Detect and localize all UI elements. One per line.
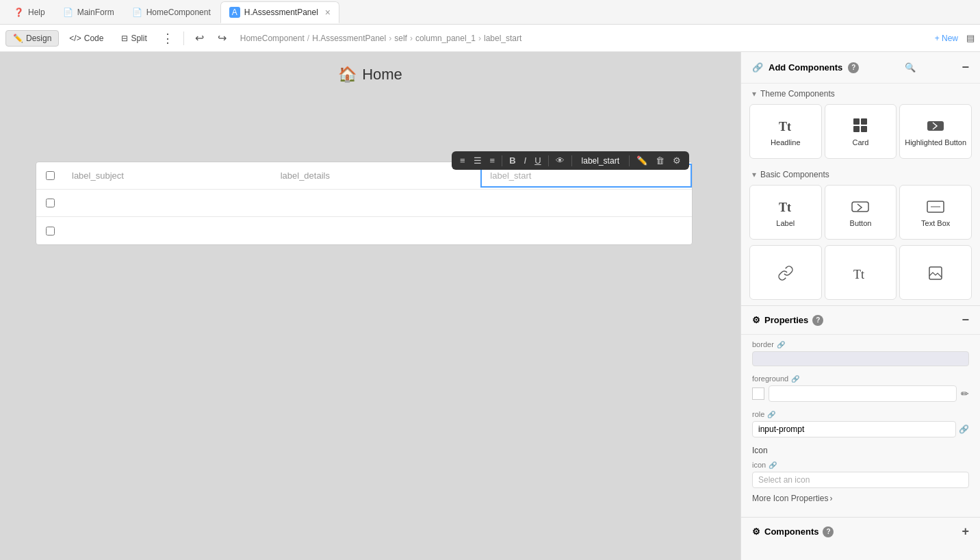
add-components-collapse-button[interactable]: −: [962, 60, 969, 75]
split-icon: ⊟: [121, 34, 128, 43]
foreground-color-swatch[interactable]: [752, 387, 764, 400]
help-tab-label: Help: [28, 8, 45, 17]
checkbox-input-2[interactable]: [46, 199, 55, 207]
align-center-button[interactable]: ☰: [471, 154, 485, 167]
layout-toggle-button[interactable]: ▤: [966, 33, 975, 43]
hassessmentpanel-tab-icon: A: [229, 7, 240, 18]
search-icon[interactable]: 🔍: [905, 62, 916, 73]
checkbox-2[interactable]: [36, 199, 64, 207]
checkbox-input-1[interactable]: [46, 171, 55, 180]
floating-toolbar-label: label_start: [576, 155, 625, 167]
rich-text-comp-icon: Tt: [852, 265, 868, 281]
component-card[interactable]: Card: [825, 104, 897, 159]
textbox-comp-label: Text Box: [921, 218, 950, 228]
canvas: 🏠 Home ≡ ☰ ≡ B I U 👁 label_start ✏️ 🗑 ⚙: [0, 52, 740, 560]
properties-collapse-button[interactable]: −: [962, 313, 969, 327]
canvas-title-text: Home: [362, 66, 402, 84]
main-content: 🏠 Home ≡ ☰ ≡ B I U 👁 label_start ✏️ 🗑 ⚙: [0, 52, 980, 560]
theme-chevron-icon[interactable]: ▾: [752, 89, 756, 99]
basic-chevron-icon[interactable]: ▾: [752, 170, 756, 179]
svg-text:Tt: Tt: [853, 268, 864, 281]
italic-button[interactable]: I: [521, 154, 530, 167]
align-left-button[interactable]: ≡: [457, 154, 468, 167]
foreground-edit-button[interactable]: ✏: [961, 388, 969, 399]
foreground-group: foreground 🔗 ✏: [752, 374, 969, 402]
highlighted-button-label: Highlighted Button: [905, 138, 966, 147]
properties-help-icon[interactable]: ?: [812, 315, 823, 326]
ft-sep-1: [502, 155, 502, 166]
icon-link-icon[interactable]: 🔗: [769, 461, 777, 469]
new-button[interactable]: + New: [935, 34, 958, 43]
more-icon-props-link[interactable]: More Icon Properties ›: [752, 494, 969, 503]
component-button[interactable]: Button: [825, 185, 897, 240]
svg-text:Tt: Tt: [779, 201, 791, 214]
role-select[interactable]: input-prompt title subtitle body: [752, 421, 956, 437]
tab-close-icon[interactable]: ×: [325, 7, 331, 18]
code-icon: </>: [69, 34, 81, 43]
bold-button[interactable]: B: [506, 154, 518, 167]
theme-components-label: Theme Components: [760, 89, 835, 99]
code-button[interactable]: </> Code: [62, 30, 111, 47]
redo-button[interactable]: ↪: [212, 29, 232, 47]
component-rich-text[interactable]: Tt: [825, 245, 897, 300]
label-subject-cell: label_subject: [64, 165, 272, 186]
tab-hassessmentpanel[interactable]: A H.AssessmentPanel ×: [220, 1, 339, 23]
icon-select[interactable]: Select an icon: [752, 472, 969, 488]
underline-button[interactable]: U: [532, 154, 543, 167]
foreground-color-input[interactable]: [769, 385, 957, 402]
component-link[interactable]: [749, 245, 822, 300]
component-headline[interactable]: Tt Headline: [749, 104, 822, 159]
icon-section: Icon icon 🔗 Select an icon More Icon Pro…: [752, 446, 969, 503]
component-highlighted-button[interactable]: Highlighted Button: [899, 104, 972, 159]
border-input[interactable]: [752, 351, 969, 366]
component-image[interactable]: [899, 245, 972, 300]
role-label: role 🔗: [752, 410, 969, 418]
foreground-label: foreground 🔗: [752, 374, 969, 383]
svg-rect-4: [861, 126, 867, 132]
tab-mainform[interactable]: 📄 MainForm: [55, 1, 122, 23]
components-add-button[interactable]: +: [962, 524, 969, 539]
breadcrumb-arrow-2: ›: [410, 34, 413, 43]
role-link-icon[interactable]: 🔗: [767, 411, 775, 418]
mainform-tab-icon: 📄: [63, 8, 73, 17]
checkbox-input-3[interactable]: [46, 227, 55, 236]
foreground-link-icon[interactable]: 🔗: [791, 375, 799, 383]
icon-select-row: Select an icon: [752, 472, 969, 488]
tab-help[interactable]: ❓ Help: [5, 1, 53, 23]
design-button[interactable]: ✏️ Design: [5, 30, 59, 47]
delete-icon-button[interactable]: 🗑: [653, 154, 667, 167]
components-bottom-settings-icon: ⚙: [752, 526, 760, 537]
eye-button[interactable]: 👁: [553, 154, 567, 167]
add-components-help-icon[interactable]: ?: [848, 62, 859, 73]
design-label: Design: [26, 34, 51, 43]
role-select-row: input-prompt title subtitle body 🔗: [752, 421, 969, 437]
toolbar: ✏️ Design </> Code ⊟ Split ⋮ ↩ ↪ HomeCom…: [0, 25, 980, 52]
panel-row-2: [36, 190, 692, 217]
component-label[interactable]: Tt Label: [749, 185, 822, 240]
undo-button[interactable]: ↩: [190, 29, 209, 47]
checkbox-1[interactable]: [36, 171, 64, 180]
more-button[interactable]: ⋮: [157, 29, 178, 47]
components-bottom-header: ⚙ Components ? +: [741, 518, 980, 546]
add-components-settings-icon: 🔗: [752, 62, 763, 73]
properties-section: ⚙ Properties ? − border 🔗 foregrou: [741, 305, 980, 517]
foreground-color-row: ✏: [752, 385, 969, 402]
settings-icon-button[interactable]: ⚙: [670, 154, 684, 167]
properties-settings-icon: ⚙: [752, 315, 760, 325]
component-textbox[interactable]: Text Box: [899, 185, 972, 240]
add-components-header: 🔗 Add Components ? 🔍 −: [741, 52, 980, 84]
role-link-button[interactable]: 🔗: [959, 424, 969, 434]
theme-components-grid: Tt Headline Card: [741, 101, 980, 164]
svg-text:Tt: Tt: [779, 120, 791, 133]
align-right-button[interactable]: ≡: [487, 154, 498, 167]
border-link-icon[interactable]: 🔗: [777, 341, 785, 348]
home-icon: 🏠: [338, 66, 357, 84]
components-bottom-section: ⚙ Components ? +: [741, 517, 980, 546]
ft-sep-4: [629, 155, 630, 166]
checkbox-3[interactable]: [36, 227, 64, 236]
split-button[interactable]: ⊟ Split: [114, 30, 154, 47]
tab-homecomponent[interactable]: 📄 HomeComponent: [124, 1, 219, 23]
image-comp-icon: [927, 265, 944, 281]
components-bottom-help-icon[interactable]: ?: [823, 526, 834, 537]
edit-icon-button[interactable]: ✏️: [634, 154, 650, 167]
